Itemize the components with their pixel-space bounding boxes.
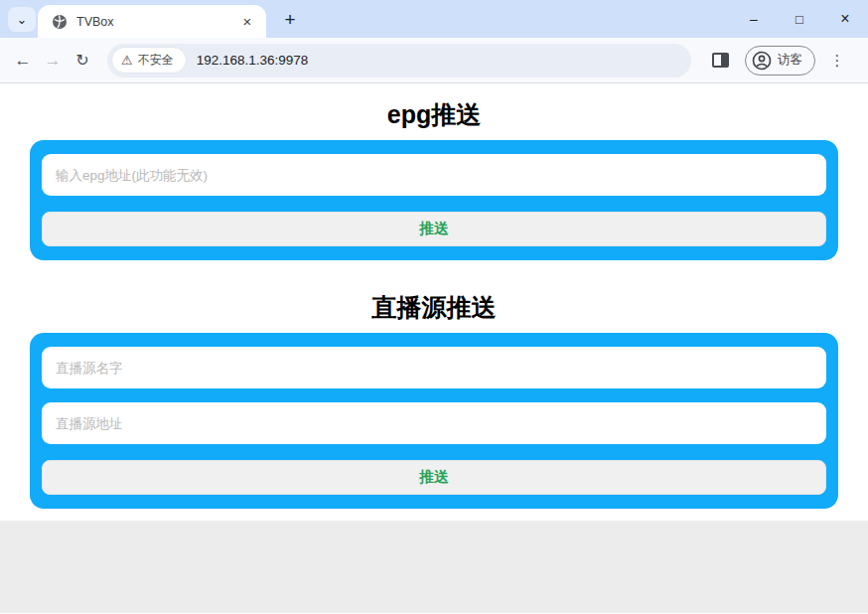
new-tab-button[interactable]: + [278, 8, 302, 32]
browser-titlebar: ⌄ TVBox × + – □ × [0, 0, 868, 38]
live-panel: 推送 [30, 333, 838, 509]
security-chip-label: 不安全 [138, 52, 174, 69]
tab-title: TVBox [76, 15, 238, 29]
minimize-button[interactable]: – [731, 0, 777, 38]
forward-button[interactable]: → [38, 46, 68, 76]
tab-close-icon[interactable]: × [238, 13, 256, 31]
tab-search-button[interactable]: ⌄ [8, 7, 36, 32]
close-button[interactable]: × [822, 0, 868, 38]
live-section-title: 直播源推送 [0, 291, 868, 324]
live-push-button[interactable]: 推送 [42, 460, 826, 495]
page-footer [0, 521, 868, 613]
side-panel-button[interactable] [705, 46, 735, 76]
epg-panel: 推送 [30, 140, 838, 260]
window-controls: – □ × [731, 0, 868, 38]
epg-section-title: epg推送 [0, 98, 868, 131]
globe-favicon [52, 14, 68, 30]
url-text[interactable]: 192.168.1.36:9978 [197, 53, 309, 68]
chevron-down-icon: ⌄ [17, 12, 28, 27]
browser-toolbar: ← → ↻ ⚠ 不安全 192.168.1.36:9978 访客 ⋮ [0, 38, 868, 83]
profile-label: 访客 [778, 52, 802, 69]
epg-push-button[interactable]: 推送 [42, 212, 826, 246]
live-url-input[interactable] [42, 402, 826, 444]
plus-icon: + [284, 9, 295, 31]
live-name-input[interactable] [42, 347, 826, 388]
profile-avatar-icon [752, 51, 772, 71]
menu-button[interactable]: ⋮ [823, 47, 851, 75]
epg-url-input[interactable] [42, 154, 826, 196]
browser-tab[interactable]: TVBox × [38, 5, 266, 38]
address-bar[interactable]: ⚠ 不安全 192.168.1.36:9978 [107, 44, 691, 77]
page-content: epg推送 推送 直播源推送 推送 [0, 83, 868, 613]
maximize-button[interactable]: □ [777, 0, 822, 38]
security-chip[interactable]: ⚠ 不安全 [111, 47, 187, 74]
reload-button[interactable]: ↻ [68, 46, 97, 76]
warning-icon: ⚠ [121, 54, 133, 67]
back-button[interactable]: ← [8, 46, 38, 76]
side-panel-icon [712, 53, 729, 68]
profile-button[interactable]: 访客 [745, 46, 815, 76]
